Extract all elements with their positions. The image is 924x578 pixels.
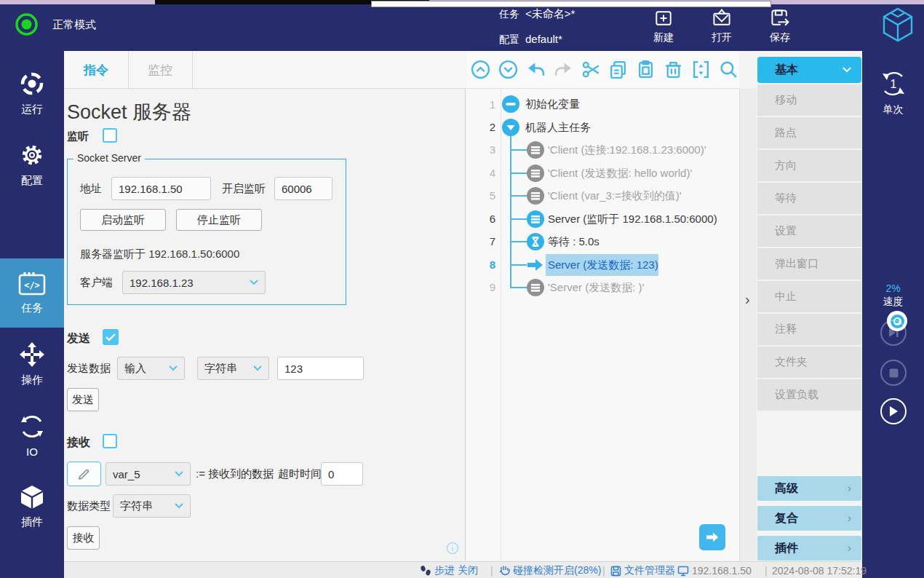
undo-icon (526, 60, 546, 79)
chevron-right-icon: › (848, 512, 851, 525)
tree-row[interactable]: 初始化变量 (525, 98, 580, 111)
datatype-label: 数据类型 (67, 494, 111, 518)
palette-item-set[interactable]: 设置 (757, 215, 861, 247)
tree-row[interactable]: Server (监听于 192.168.1.50:6000) (548, 213, 717, 226)
address-input[interactable]: 192.168.1.50 (111, 177, 211, 200)
collapse-button[interactable] (690, 59, 712, 80)
redo-icon (554, 60, 573, 79)
tab-monitor[interactable]: 监控 (129, 51, 191, 89)
palette-group-composite[interactable]: 复合› (757, 506, 861, 531)
wait-step-icon[interactable] (527, 233, 544, 250)
receive-button[interactable]: 接收 (67, 526, 100, 550)
redo-button[interactable] (553, 59, 574, 80)
search-button[interactable] (718, 59, 739, 80)
info-icon[interactable] (446, 542, 459, 555)
network-status: 192.168.1.50 (677, 564, 752, 577)
init-vars-icon[interactable] (502, 95, 519, 113)
sidebar-item-task[interactable]: </> 任务 (0, 258, 64, 328)
stop-button[interactable] (880, 360, 907, 386)
tree-row[interactable]: 'Client (var_3:=接收到的值)' (548, 189, 682, 203)
check-icon (105, 333, 116, 341)
new-task-button[interactable]: 新建 (640, 5, 687, 46)
send-checkbox[interactable] (103, 329, 119, 345)
palette-item-abort[interactable]: 中止 (757, 281, 861, 312)
palette-item-move[interactable]: 移动 (757, 84, 861, 116)
assign-text: := 接收到的数据 超时时间 (196, 462, 322, 486)
expand-chevron-icon[interactable]: › (745, 291, 750, 308)
server-step-icon[interactable] (527, 210, 544, 228)
tab-instruction[interactable]: 指令 (64, 51, 128, 89)
step-forward-button[interactable] (699, 524, 725, 550)
step-mode-status[interactable]: 步进 关闭 (420, 564, 478, 577)
sidebar-item-run[interactable]: 运行 (0, 66, 64, 120)
main-task-icon[interactable] (502, 119, 519, 136)
sidebar-item-config[interactable]: 配置 (0, 137, 64, 191)
config-label: 配置 (499, 33, 519, 47)
client-select[interactable]: 192.168.1.23 (122, 271, 266, 294)
palette-item-comment[interactable]: 注释 (757, 314, 861, 345)
palette-item-direction[interactable]: 方向 (757, 150, 861, 181)
move-down-button[interactable] (498, 59, 519, 80)
tree-row[interactable]: 'Server (发送数据: )' (548, 281, 644, 295)
open-task-button[interactable]: 打开 (698, 5, 745, 46)
panel-splitter[interactable]: › (739, 89, 757, 561)
send-payload-input[interactable]: 123 (277, 357, 364, 380)
open-file-icon (711, 7, 733, 29)
disabled-step-icon[interactable] (527, 165, 544, 182)
monitor-icon (677, 566, 689, 577)
palette-item-waypoint[interactable]: 路点 (757, 117, 861, 149)
palette-item-wait[interactable]: 等待 (757, 183, 861, 214)
palette-group-label: 高级 (775, 481, 798, 496)
start-listen-button[interactable]: 启动监听 (80, 209, 166, 231)
palette-item-payload[interactable]: 设置负载 (757, 379, 861, 411)
open-task-label: 打开 (712, 31, 732, 44)
disabled-step-icon[interactable] (527, 187, 544, 205)
disabled-step-icon[interactable] (527, 141, 544, 159)
gear-icon (18, 141, 46, 169)
cut-button[interactable] (581, 59, 602, 80)
port-input[interactable]: 60006 (274, 177, 332, 200)
datatype-select[interactable]: 字符串 (113, 494, 191, 518)
listen-checkbox[interactable] (103, 128, 117, 143)
play-button[interactable] (880, 398, 907, 424)
palette-group-advanced[interactable]: 高级› (757, 476, 861, 501)
single-cycle-icon[interactable]: 1 (877, 68, 909, 100)
tree-row[interactable]: 机器人主任务 (525, 121, 591, 135)
chevron-down-icon (175, 503, 183, 509)
receive-checkbox[interactable] (103, 434, 117, 448)
send-section-label: 发送 (67, 331, 90, 347)
move-up-button[interactable] (470, 59, 491, 80)
timeout-input[interactable]: 0 (321, 462, 363, 486)
undo-button[interactable] (525, 59, 546, 80)
save-icon (769, 7, 791, 29)
sidebar-item-operate[interactable]: 操作 (0, 336, 64, 391)
tree-row[interactable]: 等待 : 5.0s (548, 235, 600, 249)
sidebar-item-io[interactable]: IO (0, 408, 64, 462)
skip-icon (888, 328, 899, 338)
step-next-button[interactable] (880, 320, 907, 346)
palette-item-folder[interactable]: 文件夹 (757, 347, 861, 378)
paste-button[interactable] (635, 59, 656, 80)
sidebar-item-plugin[interactable]: 插件 (0, 479, 64, 534)
send-source-select[interactable]: 输入 (117, 357, 185, 380)
tree-row[interactable]: 'Client (发送数据: hello world)' (548, 167, 692, 181)
send-type-select[interactable]: 字符串 (197, 357, 269, 380)
tab-separator (128, 51, 129, 89)
edit-variable-button[interactable] (67, 462, 101, 486)
receive-variable-select[interactable]: var_5 (105, 462, 191, 486)
stop-listen-button[interactable]: 停止监听 (176, 209, 262, 231)
tree-row-selected[interactable]: Server (发送数据: 123) (548, 258, 658, 272)
line-number: 3 (466, 143, 495, 156)
current-step-arrow-icon[interactable] (525, 256, 544, 274)
send-button[interactable]: 发送 (67, 388, 99, 411)
file-manager-link[interactable]: 文件管理器 (610, 564, 675, 577)
palette-item-popup[interactable]: 弹出窗口 (757, 248, 861, 280)
tree-row[interactable]: 'Client (连接:192.168.1.23:6000)' (548, 143, 706, 157)
palette-header-basic[interactable]: 基本 (757, 57, 861, 83)
palette-group-plugin[interactable]: 插件› (757, 536, 861, 561)
copy-button[interactable] (608, 59, 629, 80)
disabled-step-icon[interactable] (527, 279, 544, 296)
save-task-button[interactable]: 保存 (757, 5, 803, 46)
delete-button[interactable] (663, 59, 684, 80)
collision-status[interactable]: 碰撞检测开启(28%) (499, 564, 601, 577)
